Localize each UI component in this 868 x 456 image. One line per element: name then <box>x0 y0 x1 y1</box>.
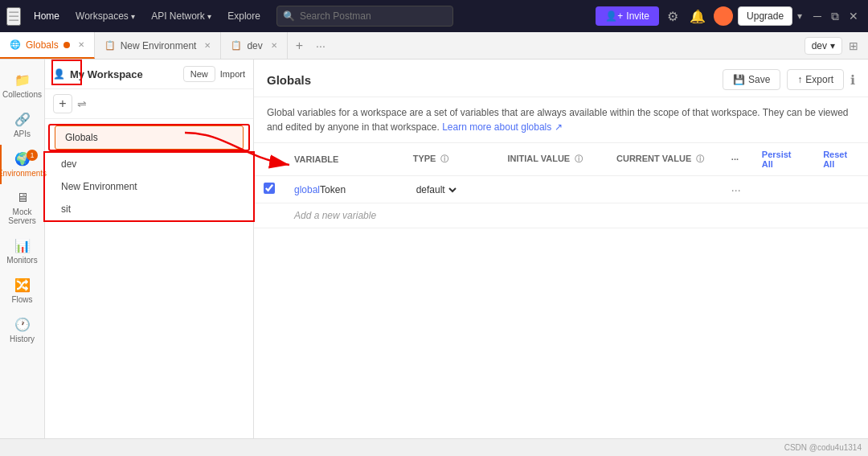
sidebar-item-history[interactable]: 🕐 History <box>0 310 44 350</box>
tab-dev[interactable]: 📋 dev ✕ <box>221 32 287 59</box>
collections-icon: 📁 <box>14 72 31 88</box>
environment-dropdown[interactable]: dev ▾ <box>805 37 842 55</box>
add-environment-button[interactable]: + <box>53 94 72 113</box>
new-button[interactable]: New <box>183 66 215 82</box>
bell-icon[interactable]: 🔔 <box>686 6 709 27</box>
add-variable-row: Add a new variable <box>254 203 868 228</box>
variable-table-wrapper: VARIABLE TYPE ⓘ INITIAL VALUE ⓘ <box>254 143 868 228</box>
env-list-item-new-environment[interactable]: New Environment <box>45 175 253 198</box>
sidebar-icons: 📁 Collections 🔗 APIs 🌍 Environments 1 🖥 … <box>0 60 45 456</box>
row-checkbox[interactable] <box>264 183 275 194</box>
layout-icon[interactable]: ⊞ <box>845 36 862 55</box>
export-icon: ↑ <box>797 74 802 85</box>
table-row: globalToken default secret <box>254 176 868 203</box>
sidebar-item-environments[interactable]: 🌍 Environments 1 <box>0 145 44 184</box>
nav-explore[interactable]: Explore <box>221 7 267 25</box>
th-initial-value: INITIAL VALUE ⓘ <box>497 143 607 176</box>
bottom-bar: CSDN @codu4u1314 <box>0 438 868 456</box>
window-controls: ─ ⧉ ✕ <box>810 8 862 25</box>
globals-list-item[interactable]: Globals <box>55 125 244 150</box>
sidebar-item-apis[interactable]: 🔗 APIs <box>0 105 44 145</box>
row-initial-value-cell[interactable] <box>497 176 607 203</box>
row-type-cell: default secret <box>403 176 498 203</box>
save-icon: 💾 <box>733 74 745 85</box>
tab-bar: 🌐 Globals ✕ 📋 New Environment ✕ 📋 dev ✕ … <box>0 32 868 60</box>
left-panel: 👤 My Workspace New Import + ⇌ Globals <box>45 60 254 456</box>
dev-tab-icon: 📋 <box>231 40 242 51</box>
row-checkbox-cell <box>254 176 285 203</box>
th-current-value: CURRENT VALUE ⓘ <box>607 143 722 176</box>
settings-icon[interactable]: ⚙ <box>664 6 682 27</box>
info-icon[interactable]: ℹ <box>850 69 855 90</box>
workspace-title: My Workspace <box>70 68 178 80</box>
restore-button[interactable]: ⧉ <box>828 8 842 25</box>
env-list-item-dev[interactable]: dev <box>45 153 253 175</box>
env-list-item-sit[interactable]: sit <box>45 198 253 220</box>
import-button[interactable]: Import <box>220 69 245 79</box>
learn-more-link[interactable]: Learn more about globals ↗ <box>442 121 562 133</box>
new-env-tab-close-icon[interactable]: ✕ <box>204 41 211 50</box>
new-env-tab-icon: 📋 <box>104 40 116 51</box>
env-dropdown-chevron-icon: ▾ <box>830 40 835 51</box>
dev-tab-close-icon[interactable]: ✕ <box>271 41 277 50</box>
th-variable: VARIABLE <box>285 143 403 176</box>
row-reset-cell <box>813 176 868 203</box>
table-header: VARIABLE TYPE ⓘ INITIAL VALUE ⓘ <box>254 143 868 176</box>
add-variable-cell[interactable]: Add a new variable <box>285 203 868 228</box>
sidebar-item-flows[interactable]: 🔀 Flows <box>0 271 44 310</box>
workspace-user-icon: 👤 <box>53 68 65 80</box>
row-variable-cell: globalToken <box>285 176 403 203</box>
flows-icon: 🔀 <box>14 277 31 293</box>
th-type: TYPE ⓘ <box>403 143 498 176</box>
th-checkbox <box>254 143 285 176</box>
variable-name[interactable]: globalToken <box>294 184 346 195</box>
monitors-icon: 📊 <box>14 238 31 253</box>
close-button[interactable]: ✕ <box>845 8 862 25</box>
search-wrapper: 🔍 <box>276 6 453 27</box>
tab-close-icon[interactable]: ✕ <box>78 40 84 49</box>
tab-globals[interactable]: 🌐 Globals ✕ <box>0 32 95 59</box>
api-network-chevron-icon: ▾ <box>207 12 211 21</box>
tab-unsaved-dot <box>63 42 70 48</box>
page-title: Globals <box>267 73 723 87</box>
tab-right-controls: dev ▾ ⊞ <box>805 36 868 55</box>
row-more-icon[interactable]: ··· <box>731 183 741 196</box>
nav-workspaces[interactable]: Workspaces ▾ <box>69 7 141 25</box>
minimize-button[interactable]: ─ <box>810 8 825 25</box>
initial-info-icon: ⓘ <box>575 154 583 163</box>
nav-api-network[interactable]: API Network ▾ <box>145 7 218 25</box>
top-navigation: ☰ Home Workspaces ▾ API Network ▾ Explor… <box>0 0 868 32</box>
th-persist-all[interactable]: Persist All <box>752 143 813 176</box>
invite-button[interactable]: 👤+ Invite <box>596 6 659 26</box>
upgrade-button[interactable]: Upgrade <box>738 6 792 26</box>
invite-icon: 👤+ <box>605 10 623 22</box>
save-button[interactable]: 💾 Save <box>723 69 780 90</box>
main-layout: 📁 Collections 🔗 APIs 🌍 Environments 1 🖥 … <box>0 60 868 456</box>
sidebar-item-mock-servers[interactable]: 🖥 Mock Servers <box>0 184 44 232</box>
new-tab-button[interactable]: + <box>288 39 311 53</box>
menu-icon[interactable]: ☰ <box>6 7 21 26</box>
sidebar-item-collections[interactable]: 📁 Collections <box>0 66 44 105</box>
upgrade-chevron-icon[interactable]: ▾ <box>797 10 802 22</box>
environment-list: Globals dev New Environment sit <box>45 119 253 225</box>
globals-tab-icon: 🌐 <box>10 39 21 50</box>
workspaces-chevron-icon: ▾ <box>131 12 135 21</box>
filter-icon[interactable]: ⇌ <box>77 97 87 110</box>
apis-icon: 🔗 <box>14 112 31 127</box>
search-icon: 🔍 <box>283 10 295 22</box>
content-header: Globals 💾 Save ↑ Export ℹ <box>254 60 868 97</box>
current-info-icon: ⓘ <box>696 154 704 163</box>
tab-new-environment[interactable]: 📋 New Environment ✕ <box>95 32 222 59</box>
row-current-value-cell[interactable] <box>607 176 722 203</box>
row-persist-cell <box>752 176 813 203</box>
th-reset-all[interactable]: Reset All <box>813 143 868 176</box>
type-select[interactable]: default secret <box>413 183 459 196</box>
search-input[interactable] <box>276 6 453 27</box>
tab-more-button[interactable]: ··· <box>311 39 330 52</box>
content-area: Globals 💾 Save ↑ Export ℹ Global variabl… <box>254 60 868 456</box>
row-more-cell[interactable]: ··· <box>722 176 752 203</box>
export-button[interactable]: ↑ Export <box>787 69 844 90</box>
nav-home[interactable]: Home <box>27 7 66 25</box>
variable-table: VARIABLE TYPE ⓘ INITIAL VALUE ⓘ <box>254 143 868 228</box>
sidebar-item-monitors[interactable]: 📊 Monitors <box>0 232 44 271</box>
